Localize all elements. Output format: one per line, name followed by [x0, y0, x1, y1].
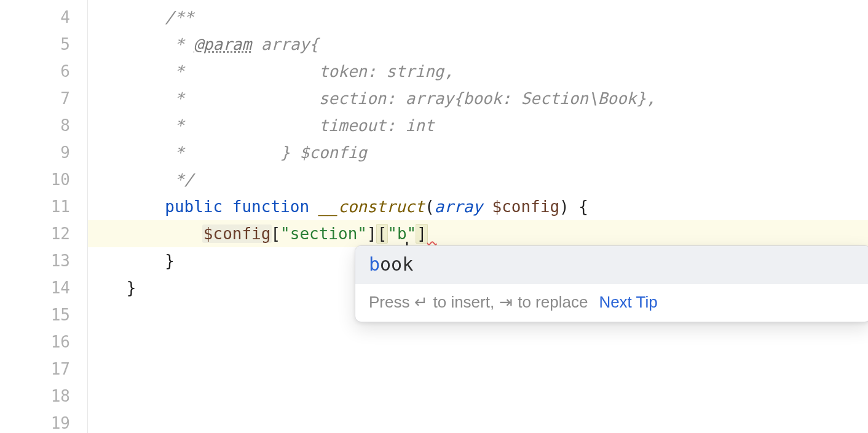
line-number: 12 — [0, 220, 70, 247]
error-squiggle-icon — [427, 224, 437, 243]
code-line[interactable] — [88, 383, 868, 410]
line-number: 18 — [0, 383, 70, 410]
matched-bracket-icon: [ — [376, 224, 389, 244]
line-number: 7 — [0, 85, 70, 112]
code-area[interactable]: /** * @param array{ * token: string, * s… — [88, 0, 868, 433]
autocomplete-item[interactable]: book — [355, 246, 868, 284]
line-number: 5 — [0, 31, 70, 58]
line-number: 11 — [0, 193, 70, 220]
line-number: 16 — [0, 328, 70, 356]
enter-key-icon: ↵ — [414, 293, 428, 312]
line-number: 17 — [0, 356, 70, 383]
autocomplete-hint: Press ↵ to insert, ⇥ to replace Next Tip — [355, 284, 868, 322]
line-number: 4 — [0, 4, 70, 31]
code-editor[interactable]: 4 5 6 7 8 9 10 11 12 13 14 15 16 17 18 1… — [0, 0, 868, 433]
code-line[interactable]: * } $config — [88, 139, 868, 166]
line-number: 19 — [0, 410, 70, 433]
code-line[interactable]: public function __construct(array $confi… — [88, 193, 868, 220]
line-number: 6 — [0, 58, 70, 85]
line-number-gutter: 4 5 6 7 8 9 10 11 12 13 14 15 16 17 18 1… — [0, 0, 88, 433]
autocomplete-popup: book Press ↵ to insert, ⇥ to replace Nex… — [355, 245, 868, 322]
code-line[interactable]: * @param array{ — [88, 31, 868, 58]
code-line[interactable]: /** — [88, 4, 868, 31]
matched-bracket-icon: ] — [416, 224, 428, 244]
phpdoc-param-tag: @param — [194, 35, 251, 54]
line-number: 8 — [0, 112, 70, 139]
line-number: 9 — [0, 139, 70, 166]
tab-key-icon: ⇥ — [499, 293, 513, 312]
line-number: 10 — [0, 166, 70, 193]
line-number: 15 — [0, 301, 70, 328]
line-number: 13 — [0, 247, 70, 274]
autocomplete-match-rest: ook — [380, 253, 413, 275]
code-line[interactable]: */ — [88, 166, 868, 193]
next-tip-link[interactable]: Next Tip — [599, 293, 657, 312]
code-line[interactable]: * token: string, — [88, 58, 868, 85]
line-number: 14 — [0, 274, 70, 301]
code-line[interactable]: * section: array{book: Section\Book}, — [88, 85, 868, 112]
autocomplete-match-prefix: b — [369, 253, 380, 275]
code-line[interactable] — [88, 356, 868, 383]
variable-config: $config — [202, 224, 272, 243]
code-line[interactable]: * timeout: int — [88, 112, 868, 139]
code-line[interactable] — [88, 328, 868, 356]
code-line-current[interactable]: $config["section"]["b"] — [88, 220, 868, 247]
code-line[interactable] — [88, 410, 868, 433]
